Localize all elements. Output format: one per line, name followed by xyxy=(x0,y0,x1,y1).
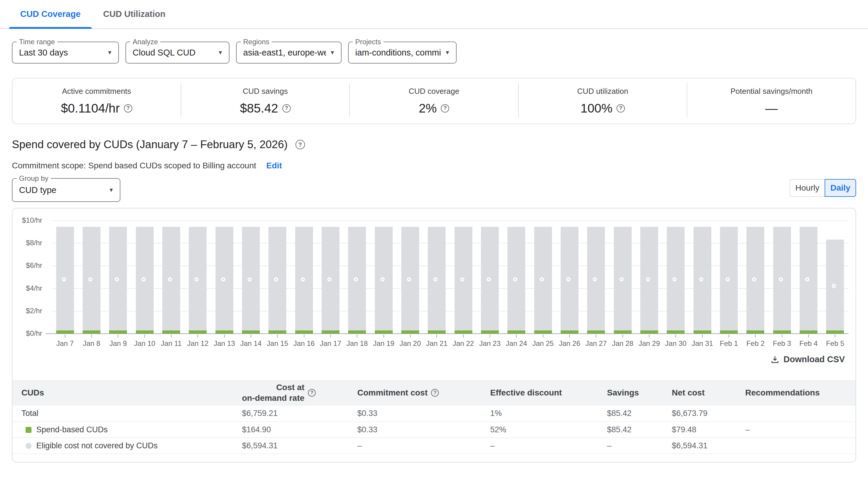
row-label: Total xyxy=(22,409,38,418)
col-header-effective-discount: Effective discount xyxy=(490,380,607,406)
chart-bar[interactable] xyxy=(322,227,339,333)
chart-bar[interactable] xyxy=(269,227,286,333)
analyze-select[interactable]: Analyze Cloud SQL CUD ▼ xyxy=(125,41,229,64)
metric-cud-coverage: CUD coverage2%? xyxy=(350,78,518,124)
metric-value: 100% xyxy=(581,101,612,115)
bar-midpoint-marker xyxy=(725,277,730,281)
analyze-value: Cloud SQL CUD xyxy=(132,48,195,58)
legend-circle-icon xyxy=(26,443,32,449)
x-axis-label: Jan 18 xyxy=(344,339,370,348)
x-axis-label: Jan 29 xyxy=(636,339,662,348)
projects-select[interactable]: Projects iam-conditions, commit… ▼ xyxy=(348,41,457,64)
daily-button[interactable]: Daily xyxy=(825,179,856,197)
chart-bar[interactable] xyxy=(667,227,685,333)
table-header: CUDs Cost at on-demand rate ? Commitment… xyxy=(12,380,856,406)
regions-select[interactable]: Regions asia-east1, europe-west… ▼ xyxy=(236,41,342,64)
chart-bar[interactable] xyxy=(348,227,366,333)
hourly-button[interactable]: Hourly xyxy=(789,179,825,197)
dropdown-arrow-icon[interactable]: ▼ xyxy=(330,49,335,56)
x-axis-tick xyxy=(463,335,464,338)
help-icon[interactable]: ? xyxy=(441,104,449,112)
chart-bar[interactable] xyxy=(428,227,445,333)
chart-bar[interactable] xyxy=(162,227,180,333)
chart-bar[interactable] xyxy=(587,227,605,333)
chart-card: $0/hr$2/hr$4/hr$6/hr$8/hr$10/hrJan 7Jan … xyxy=(12,208,856,463)
x-axis-label: Jan 16 xyxy=(291,339,317,348)
time-range-select[interactable]: Time range Last 30 days ▼ xyxy=(12,41,119,64)
chart-bar[interactable] xyxy=(826,240,844,333)
bar-midpoint-marker xyxy=(274,277,278,281)
chart-bar[interactable] xyxy=(640,227,658,333)
x-axis-tick xyxy=(569,335,570,338)
bar-midpoint-marker xyxy=(487,277,491,281)
bar-covered-segment xyxy=(295,331,313,333)
chart-bar[interactable] xyxy=(561,227,579,333)
help-icon[interactable]: ? xyxy=(431,389,439,397)
bar-midpoint-marker xyxy=(752,277,756,281)
chart-bar[interactable] xyxy=(136,227,154,333)
chart-bar[interactable] xyxy=(295,227,313,333)
x-axis-tick xyxy=(755,335,756,338)
metric-cud-utilization: CUD utilization100%? xyxy=(519,78,687,124)
x-axis-label: Jan 17 xyxy=(317,339,344,348)
help-icon[interactable]: ? xyxy=(124,104,132,112)
dropdown-arrow-icon[interactable]: ▼ xyxy=(108,187,114,193)
metric-cud-savings: CUD savings$85.42? xyxy=(181,78,349,124)
dropdown-arrow-icon[interactable]: ▼ xyxy=(107,49,112,56)
dropdown-arrow-icon[interactable]: ▼ xyxy=(218,49,223,56)
chart-bar[interactable] xyxy=(56,227,74,333)
x-axis-tick xyxy=(782,335,782,338)
y-axis-label: $2/hr xyxy=(12,307,42,315)
x-axis-tick xyxy=(251,335,251,338)
x-axis-label: Feb 1 xyxy=(715,339,742,348)
metric-active-commitments: Active commitments$0.1104/hr? xyxy=(12,78,181,124)
help-icon[interactable]: ? xyxy=(282,104,291,112)
chart-bar[interactable] xyxy=(375,227,393,333)
chart-bar[interactable] xyxy=(83,227,100,333)
edit-scope-link[interactable]: Edit xyxy=(266,161,282,170)
chart-bar[interactable] xyxy=(800,227,817,333)
metric-value: — xyxy=(765,101,778,115)
chart-bar[interactable] xyxy=(481,227,499,333)
x-axis-label: Jan 23 xyxy=(476,339,503,348)
chart-bar[interactable] xyxy=(455,227,472,333)
bar-midpoint-marker xyxy=(248,277,252,281)
table-body: Total$6,759.21$0.331%$85.42$6,673.79Spen… xyxy=(12,406,856,454)
x-axis-tick xyxy=(304,335,304,338)
chart-bar[interactable] xyxy=(216,227,234,333)
granularity-toggle: Hourly Daily xyxy=(789,179,856,197)
tab-cud-coverage[interactable]: CUD Coverage xyxy=(9,0,92,28)
download-csv-label: Download CSV xyxy=(783,354,845,364)
chart-bar[interactable] xyxy=(242,227,260,333)
chart-bar[interactable] xyxy=(534,227,552,333)
tab-cud-utilization[interactable]: CUD Utilization xyxy=(92,0,177,28)
x-axis-tick xyxy=(622,335,623,338)
bar-midpoint-marker xyxy=(142,277,146,281)
download-csv-button[interactable]: Download CSV xyxy=(771,354,845,364)
y-axis-label: $6/hr xyxy=(12,261,42,270)
group-by-select[interactable]: Group by CUD type ▼ xyxy=(12,178,120,202)
bar-midpoint-marker xyxy=(832,284,836,288)
table-cell-savings: – xyxy=(607,438,672,454)
chart-bar[interactable] xyxy=(720,227,738,333)
chart-bar[interactable] xyxy=(693,227,711,333)
x-axis-tick xyxy=(702,335,703,338)
chart-bar[interactable] xyxy=(773,227,791,333)
x-axis-label: Feb 4 xyxy=(795,339,822,348)
bar-covered-segment xyxy=(136,331,154,333)
chart-bar[interactable] xyxy=(401,227,419,333)
metric-label: Active commitments xyxy=(62,87,131,96)
help-icon[interactable]: ? xyxy=(617,104,625,112)
x-axis-tick xyxy=(516,335,517,338)
dropdown-arrow-icon[interactable]: ▼ xyxy=(445,49,450,56)
chart-bar[interactable] xyxy=(614,227,632,333)
table-cell-savings: $85.42 xyxy=(607,406,672,421)
chart-bar[interactable] xyxy=(507,227,525,333)
chart-bar[interactable] xyxy=(746,227,764,333)
chart-bar[interactable] xyxy=(109,227,127,333)
help-icon[interactable]: ? xyxy=(308,389,316,397)
help-icon[interactable]: ? xyxy=(296,140,305,149)
bar-midpoint-marker xyxy=(593,277,597,281)
x-axis-tick xyxy=(171,335,172,338)
chart-bar[interactable] xyxy=(189,227,207,333)
